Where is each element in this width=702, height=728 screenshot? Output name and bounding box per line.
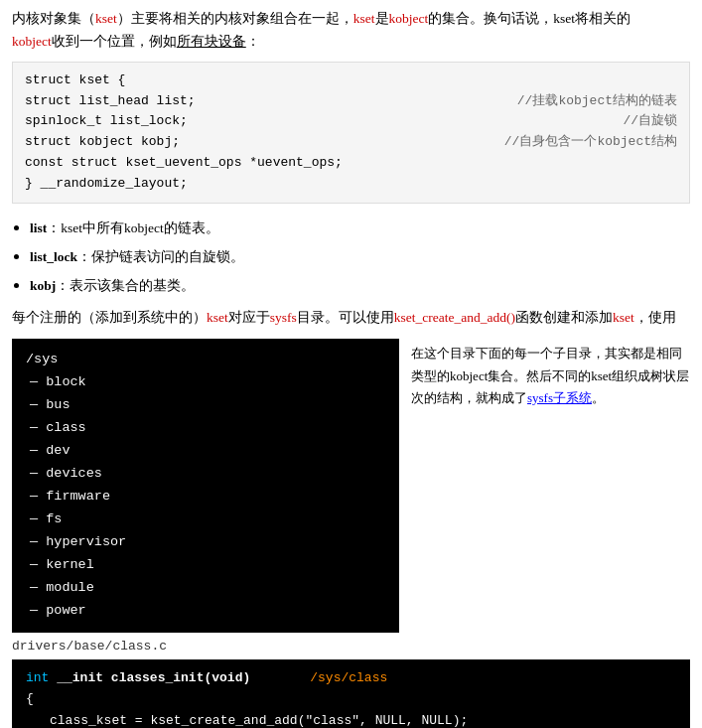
struct-line4-comment: //自身包含一个kobject结构 <box>504 132 677 153</box>
intro-text4: 的集合。换句话说，kset将相关的 <box>428 11 631 26</box>
para-text5: ，使用 <box>634 310 676 325</box>
sysfs-para-highlight: sysfs <box>270 310 297 325</box>
struct-line4: struct kobject kobj; //自身包含一个kobject结构 <box>25 132 677 153</box>
struct-line3-comment: //自旋锁 <box>623 111 677 132</box>
bullet-text-list: ：kset中所有kobject的链表。 <box>47 220 218 235</box>
struct-code-block: struct kset { struct list_head list; //挂… <box>12 62 690 204</box>
sysfs-link[interactable]: sysfs子系统 <box>527 390 592 405</box>
term-item-dev: — dev <box>26 440 385 463</box>
intro-paragraph: 内核对象集（kset）主要将相关的内核对象组合在一起，kset是kobject的… <box>12 8 690 54</box>
term-item-hypervisor: — hypervisor <box>26 531 385 554</box>
struct-line2-code: struct list_head list; <box>25 91 196 112</box>
intro-text1: 内核对象集（ <box>12 11 95 26</box>
para-text3: 目录。可以使用 <box>297 310 394 325</box>
para-text1: 每个注册的（添加到系统中的） <box>12 310 207 325</box>
struct-line2-comment: //挂载kobject结构的链表 <box>517 91 677 112</box>
struct-line6: } __randomize_layout; <box>25 174 677 195</box>
sys-class-comment: /sys/class <box>310 670 387 685</box>
intro-text2: ）主要将相关的内核对象组合在一起， <box>117 11 353 26</box>
dark-line3: class_kset = kset_create_and_add("class"… <box>26 710 676 728</box>
bullet-list: list：kset中所有kobject的链表。 list_lock：保护链表访问… <box>30 214 690 299</box>
list-item-kobj: kobj：表示该集合的基类。 <box>30 271 690 298</box>
dark-line1: int __init classes_init(void)/sys/class <box>26 667 676 688</box>
dark-code-block: int __init classes_init(void)/sys/class … <box>12 659 690 728</box>
bullet-text-list-lock: ：保护链表访问的自旋锁。 <box>77 249 244 264</box>
intro-text5: 收到一个位置，例如 <box>52 34 177 49</box>
term-item-class: — class <box>26 417 385 440</box>
kset-para-highlight2: kset <box>613 310 634 325</box>
term-item-power: — power <box>26 600 385 623</box>
term-item-kernel: — kernel <box>26 554 385 577</box>
right-text2: 。 <box>592 390 605 405</box>
struct-line3-code: spinlock_t list_lock; <box>25 111 188 132</box>
kset-func-highlight: kset_create_and_add() <box>394 310 515 325</box>
struct-line2: struct list_head list; //挂载kobject结构的链表 <box>25 91 677 112</box>
func-name: __init classes_init(void) <box>57 670 250 685</box>
bullet-label-kobj: kobj <box>30 278 56 293</box>
term-item-block: — block <box>26 371 385 394</box>
int-keyword: int <box>26 670 57 685</box>
sysfs-paragraph: 每个注册的（添加到系统中的）kset对应于sysfs目录。可以使用kset_cr… <box>12 307 690 330</box>
struct-line4-code: struct kobject kobj; <box>25 132 180 153</box>
kobject-highlight2: kobject <box>12 34 52 49</box>
block-device-underline: 所有块设备 <box>177 34 246 49</box>
dark-line2: { <box>26 688 676 709</box>
kobject-highlight1: kobject <box>389 11 429 26</box>
bullet-label-list-lock: list_lock <box>30 249 77 264</box>
intro-colon: ： <box>246 34 260 49</box>
struct-line1: struct kset { <box>25 71 677 91</box>
list-item-list: list：kset中所有kobject的链表。 <box>30 214 690 240</box>
sys-root: /sys <box>26 349 385 371</box>
kset-highlight2: kset <box>353 11 375 26</box>
para-text2: 对应于 <box>228 310 270 325</box>
kset-para-highlight: kset <box>207 310 228 325</box>
term-item-devices: — devices <box>26 463 385 486</box>
terminal-block: /sys — block — bus — class — dev — devic… <box>12 339 399 632</box>
term-item-fs: — fs <box>26 509 385 531</box>
right-description: 在这个目录下面的每一个子目录，其实都是相同类型的kobject集合。然后不同的k… <box>411 339 690 632</box>
struct-line5: const struct kset_uevent_ops *uevent_ops… <box>25 153 677 174</box>
intro-text3: 是 <box>375 11 389 26</box>
list-item-list-lock: list_lock：保护链表访问的自旋锁。 <box>30 242 690 269</box>
struct-line3: spinlock_t list_lock; //自旋锁 <box>25 111 677 132</box>
para-text4: 函数创建和添加 <box>515 310 613 325</box>
two-col-section: /sys — block — bus — class — dev — devic… <box>12 339 690 632</box>
term-item-module: — module <box>26 577 385 600</box>
term-item-bus: — bus <box>26 394 385 417</box>
bullet-text-kobj: ：表示该集合的基类。 <box>56 278 195 293</box>
kset-highlight1: kset <box>95 11 117 26</box>
file-caption: drivers/base/class.c <box>12 639 690 654</box>
bullet-label-list: list <box>30 220 47 235</box>
term-item-firmware: — firmware <box>26 486 385 509</box>
class-kset-assign: class_kset = kset_create_and_add("class"… <box>26 713 468 728</box>
